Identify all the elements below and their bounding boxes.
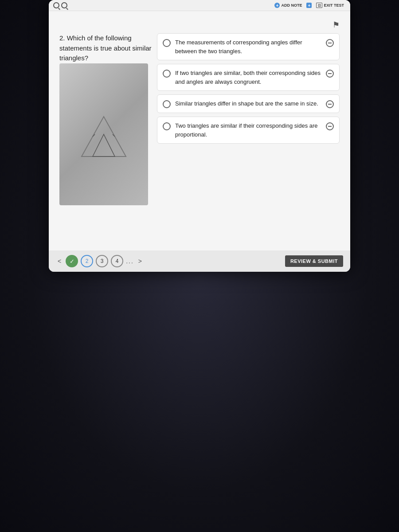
search-icon-2 [61,2,67,8]
top-bar: + ADD NOTE + ⊡ EXIT TEST [49,0,350,11]
answer-text-b: If two triangles are similar, both their… [175,69,321,86]
eliminate-c-button[interactable] [326,100,334,108]
eliminate-b-button[interactable] [326,70,334,78]
eliminate-a-button[interactable] [326,39,334,47]
minus-line-b [328,73,332,74]
search-icon [53,2,59,8]
tablet-frame: + ADD NOTE + ⊡ EXIT TEST ⚑ 2. Which of t… [49,0,350,272]
answer-option-b[interactable]: If two triangles are similar, both their… [157,64,340,91]
minus-line-a [328,43,332,43]
radio-inner-a [165,42,168,44]
nav-dot-1[interactable]: ✓ [66,255,78,267]
triangle-svg [77,108,130,161]
answer-option-a[interactable]: The measurements of corresponding angles… [157,33,340,60]
flag-area: ⚑ [59,20,340,30]
answer-options-panel: The measurements of corresponding angles… [157,33,340,144]
radio-inner-d [165,125,168,128]
answer-option-c[interactable]: Similar triangles differ in shape but ar… [157,94,340,113]
exit-test-button[interactable]: ⊡ EXIT TEST [314,2,346,9]
nav-dot-4[interactable]: 4 [111,255,123,267]
radio-a [163,39,171,47]
exit-test-label: EXIT TEST [324,3,344,8]
svg-marker-1 [93,134,115,156]
add-note-label: ADD NOTE [281,3,302,8]
question-stem-text: Which of the following statements is tru… [59,34,152,62]
bottom-navigation: < ✓ 2 3 4 ... > REVIEW & SUBMIT [49,250,350,272]
radio-c [163,100,171,108]
question-number: 2. [59,34,65,42]
answer-text-a: The measurements of corresponding angles… [175,38,321,55]
eliminate-d-button[interactable] [326,122,334,130]
forward-arrow[interactable]: > [137,256,144,266]
back-arrow[interactable]: < [56,256,63,266]
triangle-image [59,63,148,205]
top-bar-left [53,2,67,8]
answer-text-d: Two triangles are similar if their corre… [175,121,321,139]
exit-icon: ⊡ [316,3,322,8]
nav-dot-3[interactable]: 3 [96,255,108,267]
question-text: 2. Which of the following statements is … [59,33,153,63]
question-answers-row: 2. Which of the following statements is … [59,33,340,205]
add-note-button[interactable]: + ADD NOTE [273,2,304,9]
answer-option-d[interactable]: Two triangles are similar if their corre… [157,117,340,144]
question-stem-area: 2. Which of the following statements is … [59,33,157,205]
add-plus-icon[interactable]: + [306,3,312,8]
nav-dot-2[interactable]: 2 [81,255,93,267]
flag-icon[interactable]: ⚑ [332,20,340,30]
review-submit-button[interactable]: REVIEW & SUBMIT [285,255,343,267]
add-note-plus-icon: + [274,3,280,8]
radio-b [163,70,171,78]
radio-inner-b [165,72,168,75]
answer-text-c: Similar triangles differ in shape but ar… [175,99,321,108]
minus-line-d [328,126,332,127]
radio-d [163,122,171,130]
radio-inner-c [165,103,168,106]
svg-marker-0 [82,117,126,156]
nav-ellipsis: ... [126,258,134,265]
main-content: ⚑ 2. Which of the following statements i… [49,11,350,250]
minus-line-c [328,104,332,105]
